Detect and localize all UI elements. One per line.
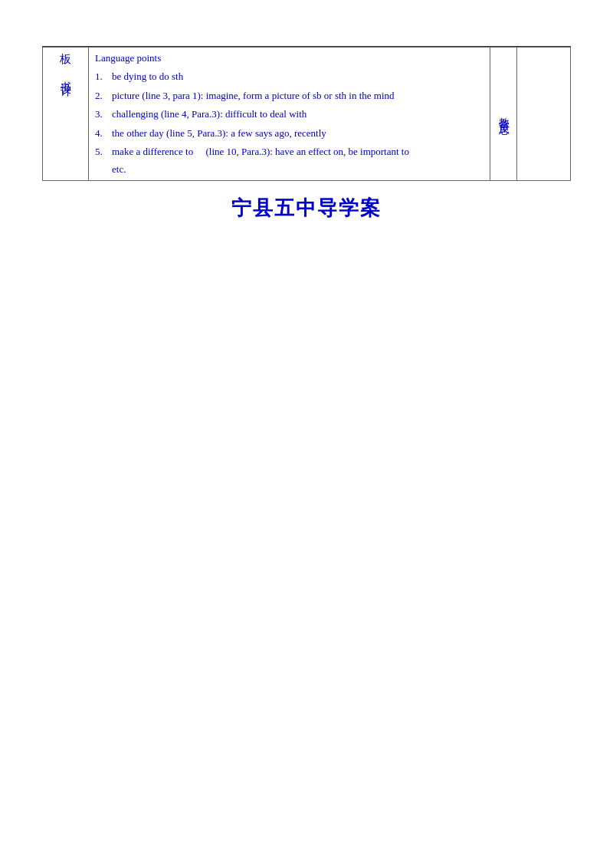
list-text-1: be dying to do sth	[112, 69, 484, 84]
jiao-text: 教学反思	[498, 109, 510, 118]
list-item: 3. challenging (line 4, Para.3): difficu…	[95, 107, 484, 122]
language-points-title: Language points	[95, 52, 484, 64]
etc-text: etc.	[95, 163, 484, 176]
language-list: 1. be dying to do sth 2. picture (line 3…	[95, 69, 484, 159]
list-item: 1. be dying to do sth	[95, 69, 484, 84]
jiao-cell: 教学反思	[490, 48, 517, 181]
ban-top-text: 板	[60, 52, 71, 67]
list-text-4: the other day (line 5, Para.3): a few sa…	[112, 126, 484, 141]
main-content-cell: Language points 1. be dying to do sth 2.…	[89, 48, 490, 181]
list-num-5: 5.	[95, 144, 112, 159]
footer-title: 宁县五中导学案	[42, 195, 571, 222]
list-item: 4. the other day (line 5, Para.3): a few…	[95, 126, 484, 141]
ban-bottom-text: 书设计	[59, 73, 73, 80]
extra-cell	[517, 48, 571, 181]
list-num-2: 2.	[95, 88, 112, 104]
list-text-5: make a difference to (line 10, Para.3): …	[112, 144, 484, 159]
content-table: 板 书设计 Language points 1. be dying to do …	[42, 47, 571, 181]
list-item: 2. picture (line 3, para 1): imagine, fo…	[95, 88, 484, 104]
list-text-3: challenging (line 4, Para.3): difficult …	[112, 107, 484, 122]
list-num-3: 3.	[95, 107, 112, 122]
list-text-2: picture (line 3, para 1): imagine, form …	[112, 88, 484, 104]
list-num-4: 4.	[95, 126, 112, 141]
ban-cell: 板 书设计	[43, 48, 89, 181]
list-item: 5. make a difference to (line 10, Para.3…	[95, 144, 484, 159]
page: 板 书设计 Language points 1. be dying to do …	[0, 0, 613, 868]
list-num-1: 1.	[95, 69, 112, 84]
